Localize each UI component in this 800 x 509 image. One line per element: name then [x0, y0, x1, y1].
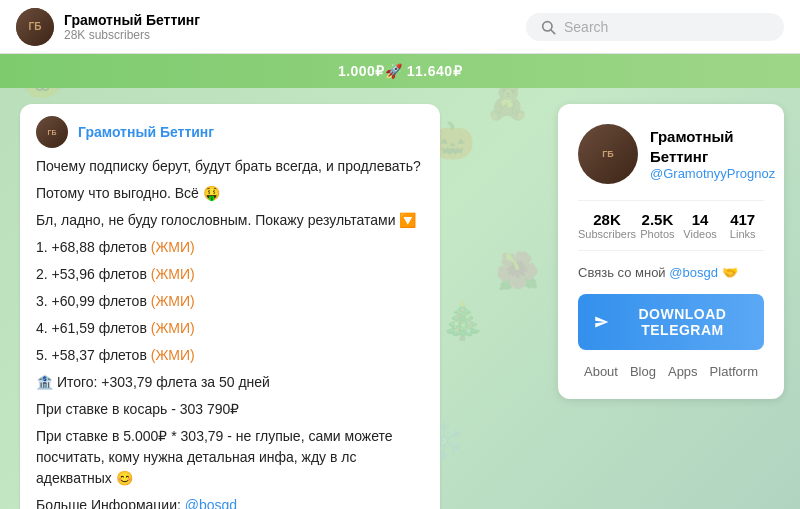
profile-panel: ГБ Грамотный Беттинг @GramotnyyPrognoz 2…	[542, 88, 800, 509]
msg-line-8: 5. +58,37 флетов (ЖМИ)	[36, 345, 424, 366]
message-avatar: ГБ	[36, 116, 68, 148]
msg-line-7: 4. +61,59 флетов (ЖМИ)	[36, 318, 424, 339]
msg-line-1: Почему подписку берут, будут брать всегд…	[36, 156, 424, 177]
stat-videos: 14 Videos	[679, 211, 722, 240]
contact-emoji: 🤝	[722, 265, 738, 280]
stat-photos-label: Photos	[636, 228, 679, 240]
message-body: Почему подписку берут, будут брать всегд…	[36, 156, 424, 509]
message-bubble: ГБ Грамотный Беттинг Почему подписку бер…	[20, 104, 440, 509]
profile-contact: Связь со мной @bosgd 🤝	[578, 265, 764, 280]
channel-info: Грамотный Беттинг 28K subscribers	[64, 12, 526, 42]
search-icon	[540, 19, 556, 35]
download-btn-label: DOWNLOAD TELEGRAM	[617, 306, 748, 338]
profile-avatar: ГБ	[578, 124, 638, 184]
profile-display-name: Грамотный Беттинг	[650, 127, 775, 166]
search-bar[interactable]: Search	[526, 13, 784, 41]
stat-links: 417 Links	[721, 211, 764, 240]
profile-stats: 28K Subscribers 2.5K Photos 14 Videos 41…	[578, 200, 764, 251]
svg-line-1	[551, 30, 555, 34]
link-3[interactable]: (ЖМИ)	[151, 293, 195, 309]
profile-top: ГБ Грамотный Беттинг @GramotnyyPrognoz	[578, 124, 764, 184]
nav-link-blog[interactable]: Blog	[630, 364, 656, 379]
link-1[interactable]: (ЖМИ)	[151, 239, 195, 255]
msg-line-6: 3. +60,99 флетов (ЖМИ)	[36, 291, 424, 312]
stat-videos-label: Videos	[679, 228, 722, 240]
link-4[interactable]: (ЖМИ)	[151, 320, 195, 336]
profile-names: Грамотный Беттинг @GramotnyyPrognoz	[650, 127, 775, 181]
main-content: ГБ Грамотный Беттинг Почему подписку бер…	[0, 88, 800, 509]
stat-links-number: 417	[721, 211, 764, 228]
msg-line-5: 2. +53,96 флетов (ЖМИ)	[36, 264, 424, 285]
link-5[interactable]: (ЖМИ)	[151, 347, 195, 363]
stat-links-label: Links	[721, 228, 764, 240]
msg-line-2: Потому что выгодно. Всё 🤑	[36, 183, 424, 204]
nav-link-platform[interactable]: Platform	[710, 364, 758, 379]
stat-videos-number: 14	[679, 211, 722, 228]
top-bar: ГБ Грамотный Беттинг 28K subscribers Sea…	[0, 0, 800, 54]
link-2[interactable]: (ЖМИ)	[151, 266, 195, 282]
contact-link-msg[interactable]: @bosgd	[185, 497, 237, 509]
stat-subscribers-number: 28K	[578, 211, 636, 228]
message-channel-name[interactable]: Грамотный Беттинг	[78, 124, 214, 140]
contact-link[interactable]: @bosgd	[669, 265, 718, 280]
banner: 1.000₽🚀 11.640₽	[0, 54, 800, 88]
channel-name-top: Грамотный Беттинг	[64, 12, 526, 28]
search-placeholder: Search	[564, 19, 608, 35]
download-button[interactable]: DOWNLOAD TELEGRAM	[578, 294, 764, 350]
channel-subs-top: 28K subscribers	[64, 28, 526, 42]
telegram-icon	[594, 312, 609, 332]
channel-avatar-top[interactable]: ГБ	[16, 8, 54, 46]
msg-line-10: При ставке в косарь - 303 790₽	[36, 399, 424, 420]
msg-line-9: 🏦 Итого: +303,79 флета за 50 дней	[36, 372, 424, 393]
msg-line-3: Бл, ладно, не буду голословным. Покажу р…	[36, 210, 424, 231]
stat-photos: 2.5K Photos	[636, 211, 679, 240]
contact-text: Связь со мной	[578, 265, 666, 280]
profile-nav-links: About Blog Apps Platform	[578, 364, 764, 379]
msg-line-4: 1. +68,88 флетов (ЖМИ)	[36, 237, 424, 258]
message-header: ГБ Грамотный Беттинг	[36, 116, 424, 148]
nav-link-about[interactable]: About	[584, 364, 618, 379]
stat-photos-number: 2.5K	[636, 211, 679, 228]
banner-text: 1.000₽🚀 11.640₽	[338, 63, 462, 79]
stat-subscribers: 28K Subscribers	[578, 211, 636, 240]
profile-username[interactable]: @GramotnyyPrognoz	[650, 166, 775, 181]
chat-area[interactable]: ГБ Грамотный Беттинг Почему подписку бер…	[0, 88, 542, 509]
msg-line-11: При ставке в 5.000₽ * 303,79 - не глупые…	[36, 426, 424, 489]
avatar-img: ГБ	[16, 8, 54, 46]
stat-subscribers-label: Subscribers	[578, 228, 636, 240]
nav-link-apps[interactable]: Apps	[668, 364, 698, 379]
profile-card: ГБ Грамотный Беттинг @GramotnyyPrognoz 2…	[558, 104, 784, 399]
msg-line-12: Больше Информации: @bosgd	[36, 495, 424, 509]
